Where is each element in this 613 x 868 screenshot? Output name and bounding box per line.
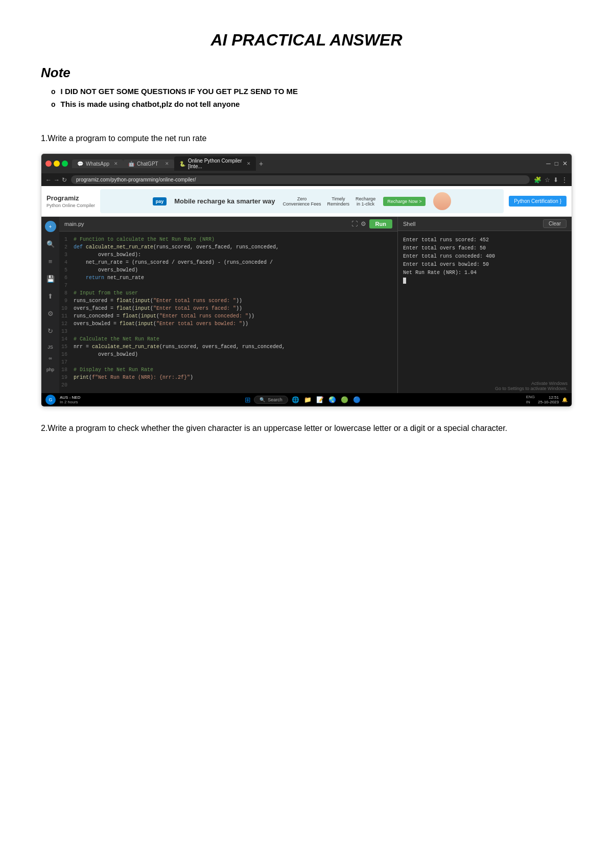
sidebar-label-php: php — [46, 367, 54, 372]
window-controls — [45, 161, 68, 167]
clear-button[interactable]: Clear — [543, 219, 567, 228]
minimize-window-icon[interactable]: ─ — [546, 160, 551, 167]
sidebar-icon-settings[interactable]: ⚙ — [45, 308, 56, 319]
person-image — [433, 192, 451, 210]
python-icon: 🐍 — [179, 161, 185, 167]
windows-icon[interactable]: ⊞ — [245, 396, 251, 404]
shell-panel: Shell Clear Enter total runs scored: 452… — [398, 217, 572, 393]
certification-button[interactable]: Python Certification } — [509, 196, 567, 207]
download-icon[interactable]: ⬇ — [553, 176, 558, 184]
settings-icon[interactable]: ⋮ — [561, 176, 568, 184]
window-actions: ─ □ ✕ — [546, 160, 568, 167]
tab-close-icon[interactable]: ✕ — [114, 161, 118, 166]
programiz-sub: Python Online Compiler — [46, 203, 95, 208]
taskbar-app-icon[interactable]: G — [45, 395, 56, 405]
expand-icon[interactable]: ⛶ — [351, 220, 358, 227]
taskbar-app-1[interactable]: 🌐 — [291, 395, 300, 404]
shell-cursor — [403, 278, 406, 284]
minimize-icon[interactable] — [54, 161, 60, 167]
code-line-3: 3 overs_bowled): — [59, 251, 397, 259]
tab-compiler[interactable]: 🐍 Online Python Compiler [Inte... ✕ — [174, 156, 256, 171]
shell-line-2: Enter total overs faced: 50 — [403, 244, 567, 253]
tab-close-icon-2[interactable]: ✕ — [165, 161, 169, 166]
code-line-2: 2 def calculate_net_run_rate(runs_scored… — [59, 243, 397, 251]
search-bar[interactable]: 🔍 Search — [254, 396, 288, 404]
sidebar-icon-search[interactable]: 🔍 — [45, 238, 56, 249]
sidebar-icon-refresh[interactable]: ↻ — [45, 325, 56, 336]
code-line-19: 19 print(f"Net Run Rate (NRR): {nrr:.2f}… — [59, 374, 397, 381]
sidebar-icon-menu[interactable]: ≡ — [45, 256, 56, 267]
tab-whatsapp[interactable]: 💬 WhatsApp ✕ — [72, 159, 123, 168]
code-area: 1 # Function to calculate the Net Run Ra… — [59, 232, 397, 393]
tab-chatgpt[interactable]: 🤖 ChatGPT ✕ — [123, 159, 174, 168]
page-title: AI PRACTICAL ANSWER — [41, 31, 572, 50]
taskbar-apps: 🌐 📁 📝 🌏 🟢 🔵 — [291, 395, 362, 404]
code-line-1: 1 # Function to calculate the Net Run Ra… — [59, 236, 397, 243]
sidebar-icon-home[interactable]: + — [45, 221, 56, 232]
sidebar-label-inf: ∞ — [49, 356, 52, 361]
editor-panel: main.py ⛶ ⚙ Run 1 # Function to calculat… — [59, 217, 398, 393]
restore-window-icon[interactable]: □ — [555, 160, 558, 167]
programiz-logo: Programiz — [46, 194, 95, 202]
close-icon[interactable] — [45, 161, 52, 167]
notification-icon[interactable]: 🔔 — [562, 397, 568, 402]
code-line-4: 4 net_run_rate = (runs_scored / overs_fa… — [59, 259, 397, 266]
programiz-adbar: Programiz Python Online Compiler pay Mob… — [41, 186, 572, 217]
ad-features: Zero Convenience Fees Timely Reminders R… — [283, 196, 376, 207]
note-section: Note I DID NOT GET SOME QUESTIONS IF YOU… — [41, 65, 572, 108]
code-line-8: 8 # Input from the user — [59, 289, 397, 297]
lang-indicator: ENGIN — [526, 395, 535, 404]
shell-line-5: Net Run Rate (NRR): 1.04 — [403, 269, 567, 277]
file-name: main.py — [64, 221, 84, 227]
activate-windows-notice: Activate Windows Go to Settings to activ… — [398, 379, 572, 393]
new-tab-icon[interactable]: + — [256, 159, 266, 168]
address-bar[interactable] — [71, 175, 530, 184]
whatsapp-icon: 💬 — [77, 161, 83, 167]
browser-addressbar: ← → ↻ 🧩 ☆ ⬇ ⋮ — [41, 173, 572, 186]
tab-close-icon-3[interactable]: ✕ — [247, 161, 251, 166]
code-line-16: 16 overs_bowled) — [59, 351, 397, 358]
editor-header: main.py ⛶ ⚙ Run — [59, 217, 397, 232]
ad-feature-3: Recharge in 1-click — [356, 196, 375, 207]
taskbar-app-4[interactable]: 🌏 — [328, 395, 337, 404]
maximize-icon[interactable] — [62, 161, 68, 167]
ad-text: Mobile recharge ka smarter way — [174, 197, 275, 205]
sidebar-icon-save[interactable]: 💾 — [45, 273, 56, 284]
code-line-6: 6 return net_run_rate — [59, 274, 397, 282]
back-icon[interactable]: ← — [45, 176, 52, 184]
sidebar-icon-upload[interactable]: ⬆ — [45, 290, 56, 302]
extensions-icon[interactable]: 🧩 — [534, 176, 541, 184]
code-line-13: 13 — [59, 328, 397, 335]
recharge-button[interactable]: Recharge Now > — [383, 197, 426, 206]
question-2: 2.Write a program to check whether the g… — [41, 422, 572, 435]
refresh-icon[interactable]: ↻ — [62, 176, 67, 184]
ad-feature-1: Zero Convenience Fees — [283, 196, 321, 207]
note-item-2: This is made using chatbot,plz do not te… — [51, 100, 572, 108]
taskbar-app-2[interactable]: 📁 — [303, 395, 313, 404]
taskbar-right: ENGIN 12:51 25-10-2023 🔔 — [526, 395, 568, 404]
shell-header: Shell Clear — [398, 217, 572, 231]
gear-icon[interactable]: ⚙ — [361, 220, 366, 227]
shell-title: Shell — [403, 221, 415, 227]
note-list: I DID NOT GET SOME QUESTIONS IF YOU GET … — [41, 87, 572, 108]
run-button[interactable]: Run — [369, 219, 392, 229]
browser-topbar: 💬 WhatsApp ✕ 🤖 ChatGPT ✕ 🐍 Online Python… — [41, 154, 572, 173]
shell-line-4: Enter total overs bowled: 50 — [403, 261, 567, 269]
taskbar-center: ⊞ 🔍 Search 🌐 📁 📝 🌏 🟢 🔵 — [84, 395, 522, 404]
ad-feature-2: Timely Reminders — [327, 196, 350, 207]
chatgpt-icon: 🤖 — [128, 161, 134, 167]
taskbar-app-6[interactable]: 🔵 — [352, 395, 362, 404]
close-window-icon[interactable]: ✕ — [562, 160, 568, 167]
code-line-12: 12 overs_bowled = float(input("Enter tot… — [59, 320, 397, 328]
taskbar-app-3[interactable]: 📝 — [316, 395, 325, 404]
browser-actions: 🧩 ☆ ⬇ ⋮ — [534, 176, 568, 184]
star-icon[interactable]: ☆ — [545, 176, 550, 184]
forward-icon[interactable]: → — [54, 176, 60, 184]
tab-bar: 💬 WhatsApp ✕ 🤖 ChatGPT ✕ 🐍 Online Python… — [72, 156, 542, 171]
question-1: 1.Write a program to compute the net run… — [41, 134, 572, 143]
code-line-15: 15 nrr = calculate_net_run_rate(runs_sco… — [59, 343, 397, 351]
taskbar-app-5[interactable]: 🟢 — [340, 395, 349, 404]
taskbar-app-info: AUS - NED In 2 hours — [60, 395, 80, 404]
pay-logo: pay — [153, 197, 167, 205]
search-icon: 🔍 — [260, 397, 265, 402]
